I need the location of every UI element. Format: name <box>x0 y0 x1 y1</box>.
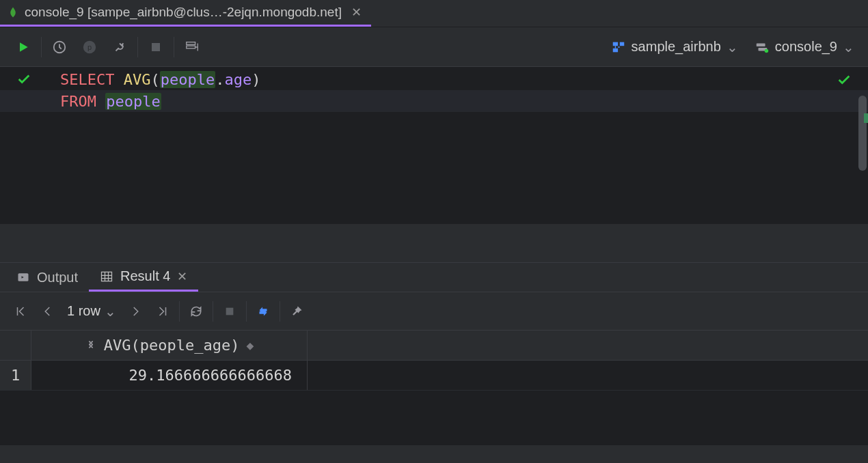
separator <box>174 37 174 57</box>
svg-text:p: p <box>87 42 92 51</box>
grid-corner <box>0 331 31 360</box>
file-tab-bar: console_9 [sampe_airbnb@clus…-2ejqn.mong… <box>0 0 868 27</box>
result-tabs: Output Result 4 ✕ <box>0 262 868 292</box>
schema-name: sample_airbnb <box>632 39 721 55</box>
separator <box>41 37 42 57</box>
separator <box>246 301 247 322</box>
separator <box>179 301 180 322</box>
separator <box>137 37 138 57</box>
parameter-button[interactable]: p <box>74 32 105 62</box>
svg-rect-9 <box>757 43 765 46</box>
close-tab-icon[interactable]: ✕ <box>351 5 362 20</box>
compare-button[interactable] <box>249 298 277 325</box>
tab-result-label: Result 4 <box>120 268 170 284</box>
svg-rect-7 <box>619 42 623 45</box>
close-result-tab-icon[interactable]: ✕ <box>177 269 187 284</box>
stop-button[interactable] <box>141 32 171 62</box>
row-number: 1 <box>0 361 31 390</box>
tab-output-label: Output <box>37 270 78 285</box>
editor-line-2: FROM people <box>48 93 161 110</box>
last-page-button[interactable] <box>149 298 176 325</box>
result-grid: AVG(people_age) ◆ 1 29.166666666666668 <box>0 331 868 391</box>
table-row[interactable]: 1 29.166666666666668 <box>0 361 868 391</box>
next-page-button[interactable] <box>122 298 149 325</box>
first-page-button[interactable] <box>7 298 34 325</box>
session-selector[interactable]: console_9 ⌄ <box>749 36 860 58</box>
history-button[interactable] <box>44 32 74 62</box>
svg-rect-13 <box>102 272 112 281</box>
editor-toolbar: p sample_airbnb ⌄ console_9 ⌄ <box>0 27 868 67</box>
svg-rect-3 <box>152 43 160 51</box>
svg-rect-5 <box>187 46 195 48</box>
pin-button[interactable] <box>283 298 310 325</box>
tab-result[interactable]: Result 4 ✕ <box>89 263 198 292</box>
gutter-check-icon <box>16 72 31 87</box>
stop-result-button[interactable] <box>216 298 243 325</box>
svg-point-11 <box>764 48 768 53</box>
tab-output[interactable]: Output <box>5 263 89 292</box>
inspection-ok-icon[interactable] <box>837 72 852 87</box>
settings-button[interactable] <box>105 32 135 62</box>
prev-page-button[interactable] <box>34 298 62 325</box>
editor-scrollbar[interactable] <box>858 96 867 171</box>
file-tab-title: console_9 [sampe_airbnb@clus…-2ejqn.mong… <box>25 5 342 20</box>
file-tab-active[interactable]: console_9 [sampe_airbnb@clus…-2ejqn.mong… <box>0 0 371 27</box>
column-header[interactable]: AVG(people_age) ◆ <box>31 331 308 360</box>
mongodb-leaf-icon <box>7 6 19 18</box>
row-count-label: 1 row <box>67 303 100 319</box>
session-name: console_9 <box>775 39 837 55</box>
column-header-label: AVG(people_age) <box>104 337 240 354</box>
reload-button[interactable] <box>182 298 210 325</box>
sort-icon[interactable]: ◆ <box>246 338 254 352</box>
chevron-down-icon: ⌄ <box>105 303 116 320</box>
chevron-down-icon: ⌄ <box>727 39 738 55</box>
explain-plan-button[interactable] <box>177 32 207 62</box>
split-gap[interactable] <box>0 224 868 262</box>
cell-value[interactable]: 29.166666666666668 <box>31 361 308 390</box>
row-count-dropdown[interactable]: 1 row ⌄ <box>62 303 122 320</box>
result-toolbar: 1 row ⌄ <box>0 292 868 331</box>
editor-marker <box>864 113 868 123</box>
svg-rect-6 <box>612 42 617 45</box>
result-grid-empty <box>0 391 868 445</box>
run-button[interactable] <box>8 32 38 62</box>
editor-line-1: SELECT AVG(people.age) <box>48 71 260 88</box>
schema-selector[interactable]: sample_airbnb ⌄ <box>606 36 744 58</box>
separator <box>213 301 213 322</box>
svg-rect-8 <box>612 48 617 52</box>
chevron-down-icon: ⌄ <box>843 39 854 55</box>
separator <box>280 301 280 322</box>
sql-editor[interactable]: SELECT AVG(people.age) FROM people <box>0 67 868 224</box>
svg-rect-14 <box>226 307 234 315</box>
svg-rect-4 <box>187 42 195 44</box>
